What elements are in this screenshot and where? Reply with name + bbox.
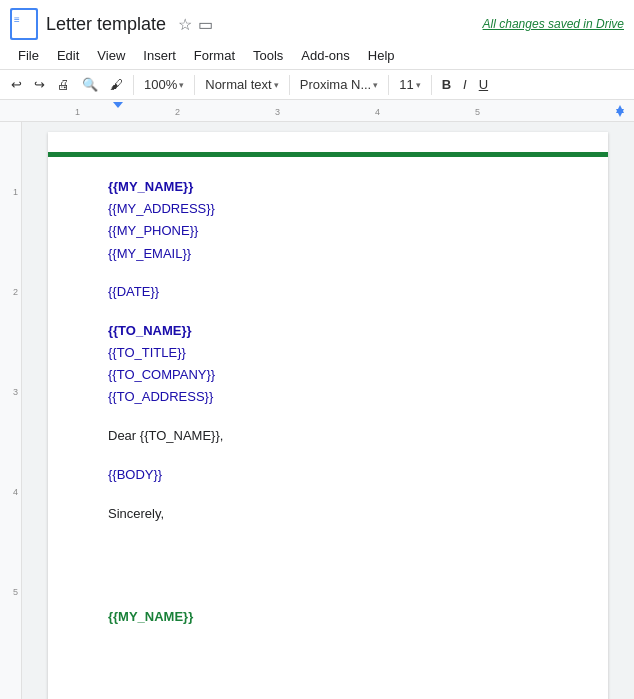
my-phone-field[interactable]: {{MY_PHONE}} [108,220,548,242]
my-address-field[interactable]: {{MY_ADDRESS}} [108,198,548,220]
redo-button[interactable]: ↪ [29,74,50,95]
zoom-select[interactable]: 100% ▾ [139,75,189,94]
left-ruler: 1 2 3 4 5 [0,122,22,699]
my-name-field[interactable]: {{MY_NAME}} [108,175,548,198]
spellcheck-button[interactable]: 🔍 [77,74,103,95]
document-title[interactable]: Letter template [46,14,166,35]
bold-button[interactable]: B [437,74,456,95]
format-paint-button[interactable]: 🖌 [105,74,128,95]
closing-field[interactable]: Sincerely, [108,502,548,525]
font-size-select[interactable]: 11 ▾ [394,75,425,94]
print-button[interactable]: 🖨 [52,74,75,95]
font-size-dropdown-arrow: ▾ [416,80,421,90]
menu-insert[interactable]: Insert [135,44,184,67]
to-company-field[interactable]: {{TO_COMPANY}} [108,364,548,386]
menu-view[interactable]: View [89,44,133,67]
green-header-line [48,152,608,157]
menu-edit[interactable]: Edit [49,44,87,67]
doc-icon [10,8,38,40]
to-name-field[interactable]: {{TO_NAME}} [108,319,548,342]
body-field[interactable]: {{BODY}} [108,464,548,486]
menu-help[interactable]: Help [360,44,403,67]
divider-3 [289,75,290,95]
divider-5 [431,75,432,95]
to-title-field[interactable]: {{TO_TITLE}} [108,342,548,364]
date-field[interactable]: {{DATE}} [108,281,548,303]
menu-tools[interactable]: Tools [245,44,291,67]
ruler-indent-marker[interactable] [113,102,123,108]
ruler: 1 2 3 4 5 [0,100,634,122]
font-select[interactable]: Proxima N... ▾ [295,75,384,94]
to-address-field[interactable]: {{TO_ADDRESS}} [108,386,548,408]
divider-4 [388,75,389,95]
title-bar: Letter template ☆ ▭ All changes saved in… [0,0,634,42]
divider-2 [194,75,195,95]
title-icons: ☆ ▭ [178,15,213,34]
page-container: {{MY_NAME}} {{MY_ADDRESS}} {{MY_PHONE}} … [22,122,634,699]
ruler-end-marker [614,103,626,122]
zoom-dropdown-arrow: ▾ [179,80,184,90]
save-status: All changes saved in Drive [483,17,624,31]
menu-format[interactable]: Format [186,44,243,67]
menu-addons[interactable]: Add-ons [293,44,357,67]
toolbar: ↩ ↪ 🖨 🔍 🖌 100% ▾ Normal text ▾ Proxima N… [0,69,634,100]
text-style-select[interactable]: Normal text ▾ [200,75,283,94]
divider-1 [133,75,134,95]
menu-file[interactable]: File [10,44,47,67]
underline-button[interactable]: U [474,74,493,95]
undo-button[interactable]: ↩ [6,74,27,95]
italic-button[interactable]: I [458,74,472,95]
document-area: 1 2 3 4 5 {{MY_NAME}} {{MY_ADDRESS}} {{M… [0,122,634,699]
page: {{MY_NAME}} {{MY_ADDRESS}} {{MY_PHONE}} … [48,132,608,699]
my-name-bottom-field[interactable]: {{MY_NAME}} [108,605,548,628]
folder-icon[interactable]: ▭ [198,15,213,34]
menu-bar: File Edit View Insert Format Tools Add-o… [0,42,634,69]
dear-field[interactable]: Dear {{TO_NAME}}, [108,424,548,447]
text-style-dropdown-arrow: ▾ [274,80,279,90]
font-dropdown-arrow: ▾ [373,80,378,90]
star-icon[interactable]: ☆ [178,15,192,34]
my-email-field[interactable]: {{MY_EMAIL}} [108,243,548,265]
